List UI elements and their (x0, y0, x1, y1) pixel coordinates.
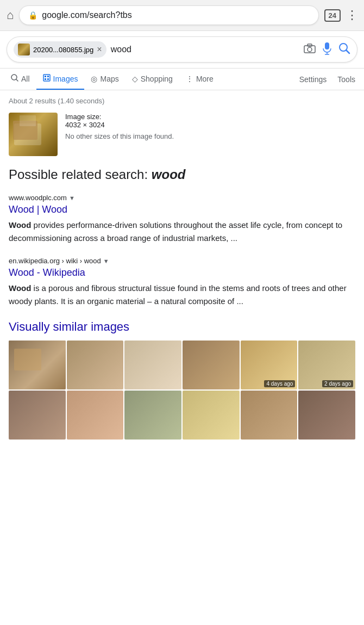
results-info: About 2 results (1.40 seconds) (9, 97, 355, 105)
svg-rect-3 (325, 42, 329, 49)
result2-bold: Wood (9, 283, 31, 293)
svg-rect-10 (43, 75, 50, 81)
image-result-card: Image size: 4032 × 3024 No other sizes o… (9, 113, 355, 156)
tab-images-label: Images (53, 75, 78, 83)
no-other-sizes: No other sizes of this image found. (65, 132, 174, 140)
search-result-2: en.wikipedia.org › wiki › wood ▼ Wood - … (9, 257, 355, 308)
svg-line-7 (346, 50, 349, 53)
result2-snippet: Wood is a porous and fibrous structural … (9, 282, 355, 308)
image-search-chip[interactable]: 20200...080855.jpg × (14, 41, 106, 58)
images-icon (43, 74, 51, 83)
svg-rect-14 (47, 78, 49, 80)
result2-breadcrumb: en.wikipedia.org › wiki › wood ▼ (9, 257, 355, 265)
search-submit-icon[interactable] (338, 42, 350, 57)
tab-shopping[interactable]: ◇ Shopping (125, 69, 179, 90)
image-meta: Image size: 4032 × 3024 No other sizes o… (65, 113, 174, 140)
tools-link[interactable]: Tools (333, 70, 360, 89)
image-dimensions: 4032 × 3024 (65, 121, 105, 129)
similar-image-8[interactable] (67, 391, 124, 440)
similar-image-6[interactable]: 2 days ago (298, 341, 355, 389)
svg-point-1 (307, 47, 312, 52)
browser-menu-icon[interactable]: ⋮ (346, 8, 357, 22)
main-content: About 2 results (1.40 seconds) Image siz… (0, 90, 364, 447)
mic-icon[interactable] (322, 42, 332, 57)
similar-image-4[interactable] (183, 341, 240, 389)
tab-more[interactable]: ⋮ More (179, 69, 220, 90)
image-grid-row-2 (9, 391, 355, 440)
similar-image-7[interactable] (9, 391, 66, 440)
similar-image-11[interactable] (241, 391, 298, 440)
all-icon (11, 74, 18, 83)
search-query[interactable]: wood (111, 45, 299, 54)
image5-timestamp: 4 days ago (264, 380, 295, 387)
url-text: google.com/search?tbs (42, 10, 309, 20)
nav-tabs: All Images ◎ Maps ◇ Shopping ⋮ More Sett… (0, 69, 364, 90)
chip-close-icon[interactable]: × (97, 45, 102, 54)
lock-icon: 🔒 (28, 11, 37, 20)
image6-timestamp: 2 days ago (322, 380, 353, 387)
similar-image-12[interactable] (298, 391, 355, 440)
dropdown-arrow-2[interactable]: ▼ (103, 258, 109, 264)
result1-domain: www.woodplc.com ▼ (9, 194, 355, 202)
related-search: Possible related search: wood (9, 166, 355, 183)
svg-rect-12 (47, 76, 49, 77)
tab-all-label: All (21, 75, 30, 83)
related-search-prefix: Possible related search: (9, 167, 152, 182)
result1-title[interactable]: Wood | Wood (9, 204, 355, 215)
tab-more-label: More (196, 75, 214, 83)
browser-bar: ⌂ 🔒 google.com/search?tbs 24 ⋮ (0, 0, 364, 31)
dropdown-arrow-1[interactable]: ▼ (69, 195, 75, 201)
search-icons (304, 42, 350, 57)
result2-rest: is a porous and fibrous structural tissu… (9, 283, 347, 306)
svg-rect-11 (45, 76, 46, 77)
related-search-keyword[interactable]: wood (152, 167, 186, 182)
settings-link[interactable]: Settings (295, 70, 331, 89)
maps-icon: ◎ (91, 75, 97, 83)
nav-right: Settings Tools (295, 70, 360, 89)
shopping-icon: ◇ (132, 75, 138, 83)
result-thumbnail[interactable] (9, 113, 58, 156)
url-bar[interactable]: 🔒 google.com/search?tbs (19, 5, 318, 25)
tab-count[interactable]: 24 (324, 9, 341, 22)
chip-label: 20200...080855.jpg (33, 46, 93, 54)
tab-all[interactable]: All (4, 69, 36, 90)
image-size-label: Image size: 4032 × 3024 (65, 113, 174, 129)
tab-maps-label: Maps (100, 75, 118, 83)
svg-rect-2 (307, 44, 312, 46)
similar-image-1[interactable] (9, 341, 66, 389)
search-area: 20200...080855.jpg × wood (0, 31, 364, 69)
image-grid-row-1: 4 days ago 2 days ago (9, 341, 355, 389)
chip-thumbnail (18, 44, 30, 55)
camera-icon[interactable] (304, 44, 316, 55)
result1-snippet: Wood provides performance-driven solutio… (9, 219, 355, 245)
similar-image-3[interactable] (124, 341, 181, 389)
result1-bold: Wood (9, 220, 31, 230)
visually-similar-title[interactable]: Visually similar images (9, 320, 355, 334)
search-result-1: www.woodplc.com ▼ Wood | Wood Wood provi… (9, 194, 355, 245)
result1-rest: provides performance-driven solutions th… (9, 220, 342, 243)
similar-image-9[interactable] (124, 391, 181, 440)
tab-maps[interactable]: ◎ Maps (84, 69, 125, 90)
search-bar[interactable]: 20200...080855.jpg × wood (7, 36, 357, 63)
result2-title[interactable]: Wood - Wikipedia (9, 267, 355, 279)
more-icon: ⋮ (186, 75, 193, 83)
tab-shopping-label: Shopping (141, 75, 173, 83)
similar-image-5[interactable]: 4 days ago (241, 341, 298, 389)
similar-image-10[interactable] (183, 391, 240, 440)
tab-images[interactable]: Images (36, 69, 85, 90)
home-icon[interactable]: ⌂ (7, 8, 14, 22)
similar-image-2[interactable] (67, 341, 124, 389)
svg-rect-13 (45, 78, 46, 80)
svg-line-9 (16, 79, 18, 81)
